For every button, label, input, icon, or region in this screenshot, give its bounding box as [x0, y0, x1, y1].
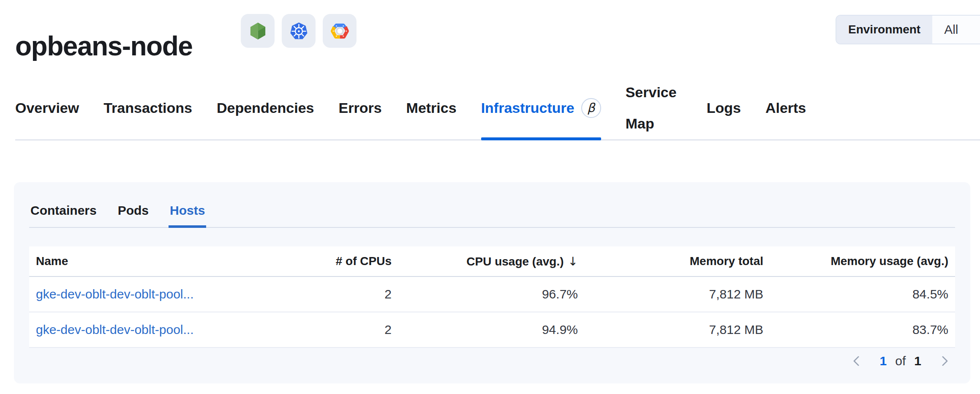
page-numbers: 1 of 1 — [880, 354, 921, 368]
infra-sub-tabs: Containers Pods Hosts — [29, 203, 955, 227]
page-of-label: of — [895, 354, 906, 368]
infrastructure-panel: Containers Pods Hosts Name # of CPUs CPU… — [14, 182, 970, 383]
cell-cpus: 2 — [272, 287, 398, 301]
previous-page-icon[interactable] — [850, 355, 863, 367]
cell-memory-total: 7,812 MB — [585, 323, 770, 337]
next-page-icon[interactable] — [938, 355, 951, 367]
tab-overview-label: Overview — [15, 100, 79, 116]
tab-metrics[interactable]: Metrics — [406, 76, 457, 140]
tab-overview[interactable]: Overview — [15, 76, 79, 140]
column-header-name[interactable]: Name — [29, 254, 272, 268]
tab-infrastructure-label: Infrastructure — [481, 100, 574, 116]
subtab-pods[interactable]: Pods — [117, 203, 150, 227]
environment-filter-label: Environment — [836, 16, 932, 44]
host-link[interactable]: gke-dev-oblt-dev-oblt-pool... — [36, 287, 194, 301]
tab-alerts-label: Alerts — [765, 100, 806, 116]
tab-dependencies-label: Dependencies — [217, 100, 314, 116]
tab-service-map-label: Service Map — [626, 77, 682, 139]
environment-filter: Environment All — [836, 15, 980, 44]
tab-service-map[interactable]: Service Map — [626, 76, 682, 140]
cell-memory-usage: 83.7% — [770, 323, 955, 337]
column-header-memory-total[interactable]: Memory total — [585, 254, 770, 268]
page-title: opbeans-node — [15, 31, 192, 62]
subtab-containers[interactable]: Containers — [29, 203, 98, 227]
cell-cpu-usage: 96.7% — [398, 287, 585, 301]
tab-logs[interactable]: Logs — [707, 76, 741, 140]
cell-cpu-usage: 94.9% — [398, 323, 585, 337]
cell-cpus: 2 — [272, 323, 398, 337]
total-pages: 1 — [914, 354, 921, 368]
hosts-table-header: Name # of CPUs CPU usage (avg.)↓ Memory … — [29, 246, 955, 277]
tab-transactions[interactable]: Transactions — [103, 76, 192, 140]
column-header-memory-usage[interactable]: Memory usage (avg.) — [770, 254, 955, 268]
gcp-icon — [323, 14, 357, 48]
tab-infrastructure[interactable]: Infrastructure β — [481, 76, 601, 140]
beta-badge-icon: β — [581, 98, 601, 118]
host-link[interactable]: gke-dev-oblt-dev-oblt-pool... — [36, 323, 194, 337]
subtab-divider — [29, 227, 955, 228]
tab-errors[interactable]: Errors — [339, 76, 382, 140]
environment-filter-value[interactable]: All — [932, 16, 970, 44]
column-header-cpu-usage[interactable]: CPU usage (avg.)↓ — [398, 254, 585, 268]
tab-dependencies[interactable]: Dependencies — [217, 76, 314, 140]
hosts-table: Name # of CPUs CPU usage (avg.)↓ Memory … — [29, 246, 955, 348]
tab-transactions-label: Transactions — [103, 100, 192, 116]
table-row: gke-dev-oblt-dev-oblt-pool... 2 96.7% 7,… — [29, 277, 955, 312]
tab-errors-label: Errors — [339, 100, 382, 116]
nodejs-icon — [241, 14, 275, 48]
kubernetes-icon — [282, 14, 316, 48]
tab-logs-label: Logs — [707, 100, 741, 116]
tab-metrics-label: Metrics — [406, 100, 457, 116]
table-row: gke-dev-oblt-dev-oblt-pool... 2 94.9% 7,… — [29, 312, 955, 348]
pagination: 1 of 1 — [29, 354, 955, 368]
current-page[interactable]: 1 — [880, 354, 887, 368]
agent-icon-badges — [241, 14, 357, 48]
sort-desc-icon: ↓ — [568, 254, 578, 268]
tab-alerts[interactable]: Alerts — [765, 76, 806, 140]
column-header-cpu-usage-label: CPU usage (avg.) — [466, 255, 564, 268]
service-nav-tabs: Overview Transactions Dependencies Error… — [15, 76, 980, 140]
cell-memory-usage: 84.5% — [770, 287, 955, 301]
column-header-cpus[interactable]: # of CPUs — [272, 254, 398, 268]
cell-memory-total: 7,812 MB — [585, 287, 770, 301]
subtab-hosts[interactable]: Hosts — [169, 203, 206, 227]
